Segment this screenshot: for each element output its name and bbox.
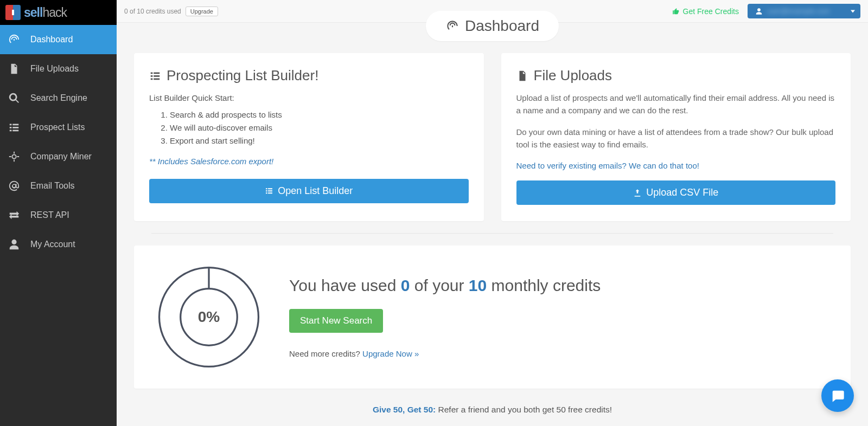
list-icon	[8, 121, 21, 134]
dashboard-icon	[445, 19, 459, 33]
quick-start-steps: Search & add prospects to lists We will …	[170, 108, 469, 147]
dashboard-icon	[8, 33, 21, 46]
separator	[151, 233, 833, 234]
need-more-label: Need more credits?	[289, 349, 362, 358]
search-icon	[8, 92, 21, 105]
nav-prospect-lists[interactable]: Prospect Lists	[0, 113, 117, 142]
need-more-credits: Need more credits? Upgrade Now »	[289, 349, 601, 358]
gauge-percent-label: 0%	[198, 308, 220, 326]
upload-csv-button[interactable]: Upload CSV File	[516, 180, 836, 205]
start-new-search-button[interactable]: Start New Search	[289, 309, 383, 333]
panel-list-builder: Prospecting List Builder! List Builder Q…	[134, 53, 484, 221]
crosshair-icon	[8, 150, 21, 163]
upload-icon	[633, 189, 642, 197]
nav-label: Email Tools	[30, 181, 75, 191]
logo-text-part1: sell	[24, 5, 42, 20]
logo-text: sellhack	[24, 5, 67, 20]
transfer-icon	[8, 209, 21, 222]
file-icon	[8, 62, 21, 75]
nav-label: File Uploads	[30, 64, 79, 74]
nav-company-miner[interactable]: Company Miner	[0, 142, 117, 171]
panel-credits: 0% You have used 0 of your 10 monthly cr…	[134, 246, 851, 389]
list-icon	[149, 70, 161, 82]
upgrade-now-link[interactable]: Upgrade Now »	[362, 349, 419, 358]
credits-mid: of your	[410, 276, 468, 294]
button-label: Open List Builder	[278, 185, 353, 197]
file-icon	[516, 70, 528, 82]
chat-widget-button[interactable]	[821, 379, 854, 412]
credits-prefix: You have used	[289, 276, 401, 294]
logo-icon	[5, 5, 21, 20]
page-title-text: Dashboard	[465, 17, 539, 35]
list-icon	[265, 186, 273, 195]
nav-label: REST API	[30, 210, 69, 220]
nav-my-account[interactable]: My Account	[0, 230, 117, 259]
logo-text-part2: hack	[42, 5, 67, 20]
panel-title-text: Prospecting List Builder!	[167, 67, 318, 84]
user-icon	[8, 238, 21, 251]
file-uploads-desc-2: Do your own data mining or have a list o…	[516, 126, 836, 151]
panel-title: File Uploads	[516, 67, 836, 84]
logo[interactable]: sellhack	[5, 5, 67, 20]
button-label: Upload CSV File	[646, 187, 718, 198]
verify-emails-link[interactable]: Need to verify existing emails? We can d…	[516, 161, 699, 170]
panel-file-uploads: File Uploads Upload a list of prospects …	[501, 53, 851, 221]
step-item: Search & add prospects to lists	[170, 108, 469, 121]
credits-text: You have used 0 of your 10 monthly credi…	[289, 276, 601, 358]
referral-text: Refer a friend and you both get 50 free …	[438, 405, 612, 414]
nav-rest-api[interactable]: REST API	[0, 201, 117, 230]
nav-search-engine[interactable]: Search Engine	[0, 83, 117, 113]
main: Dashboard Prospecting List Builder! List…	[117, 0, 868, 426]
sidebar: sellhack Dashboard File Uploads Search E…	[0, 0, 117, 426]
nav-dashboard[interactable]: Dashboard	[0, 25, 117, 54]
page-title: Dashboard	[426, 11, 559, 41]
nav-email-tools[interactable]: Email Tools	[0, 171, 117, 201]
chat-icon	[830, 388, 845, 403]
credits-gauge: 0%	[156, 264, 262, 370]
nav-file-uploads[interactable]: File Uploads	[0, 54, 117, 83]
file-uploads-desc-1: Upload a list of prospects and we'll aut…	[516, 92, 836, 117]
step-item: We will auto-discover emails	[170, 121, 469, 134]
nav-label: Prospect Lists	[30, 122, 85, 132]
at-icon	[8, 179, 21, 192]
panel-title-text: File Uploads	[534, 67, 612, 84]
credits-total: 10	[469, 276, 487, 294]
open-list-builder-button[interactable]: Open List Builder	[149, 179, 469, 203]
credits-used: 0	[401, 276, 410, 294]
sidebar-header: sellhack	[0, 0, 117, 25]
nav-label: Dashboard	[30, 35, 73, 44]
salesforce-note: ** Includes Salesforce.com export!	[149, 155, 469, 167]
nav-label: Company Miner	[30, 152, 92, 162]
credits-suffix: monthly credits	[487, 276, 601, 294]
referral-line: Give 50, Get 50: Refer a friend and you …	[134, 405, 851, 415]
nav-label: Search Engine	[30, 93, 87, 103]
quick-start-label: List Builder Quick Start:	[149, 92, 469, 104]
credits-headline: You have used 0 of your 10 monthly credi…	[289, 276, 601, 295]
nav-label: My Account	[30, 240, 75, 249]
step-item: Export and start selling!	[170, 134, 469, 147]
panel-title: Prospecting List Builder!	[149, 67, 469, 84]
referral-lead: Give 50, Get 50:	[373, 405, 438, 414]
